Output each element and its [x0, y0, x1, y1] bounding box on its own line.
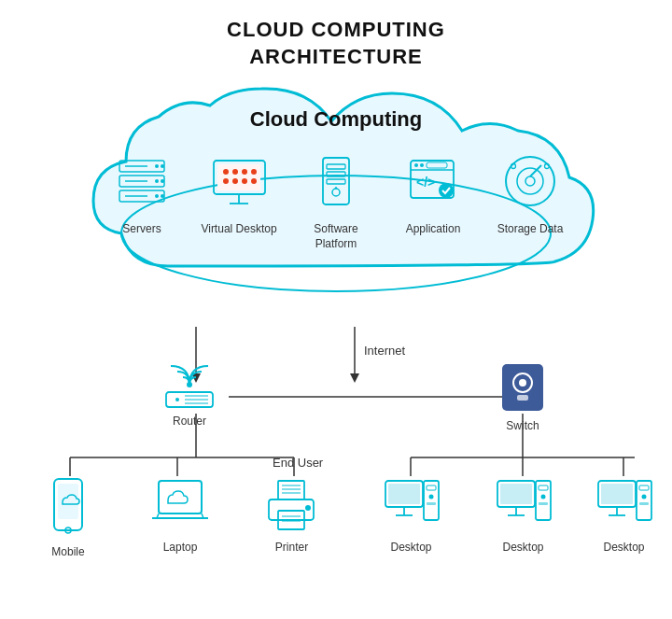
- cloud-icon-software-platform: Software Platform: [294, 149, 378, 251]
- svg-rect-27: [327, 172, 345, 176]
- svg-point-20: [232, 178, 238, 184]
- enduser-label: End User: [273, 456, 323, 470]
- switch-label: Switch: [506, 419, 539, 432]
- svg-rect-70: [58, 484, 78, 519]
- cloud-icon-application: </> Application: [391, 149, 475, 237]
- desktop1-label: Desktop: [390, 541, 431, 554]
- svg-point-4: [155, 164, 159, 168]
- svg-point-39: [517, 168, 543, 194]
- svg-rect-106: [639, 502, 649, 505]
- svg-point-19: [223, 178, 229, 184]
- desktop3-label: Desktop: [603, 541, 644, 554]
- svg-rect-88: [427, 485, 436, 490]
- storage-data-label: Storage Data: [497, 222, 564, 237]
- desktop3-device: Desktop: [594, 476, 654, 554]
- svg-point-61: [175, 398, 179, 401]
- svg-point-29: [332, 189, 340, 196]
- router-label: Router: [173, 415, 206, 428]
- cloud-icons-row: Servers: [93, 149, 579, 251]
- svg-rect-92: [500, 484, 532, 504]
- switch-device: Switch: [495, 359, 551, 432]
- svg-rect-98: [539, 502, 548, 505]
- svg-rect-65: [502, 364, 543, 411]
- svg-rect-68: [517, 395, 528, 401]
- internet-label: Internet: [364, 344, 405, 358]
- svg-point-22: [251, 178, 257, 184]
- svg-point-40: [525, 176, 535, 186]
- svg-rect-96: [539, 485, 548, 490]
- cloud-diagram: Cloud Computing: [75, 79, 597, 322]
- svg-line-41: [530, 165, 541, 176]
- application-label: Application: [406, 222, 461, 237]
- svg-rect-26: [327, 164, 345, 169]
- software-platform-label: Software Platform: [294, 222, 378, 251]
- svg-point-17: [242, 169, 247, 175]
- svg-point-6: [155, 179, 159, 183]
- svg-rect-103: [637, 481, 651, 520]
- svg-rect-100: [601, 484, 633, 504]
- svg-point-16: [232, 169, 238, 175]
- svg-point-21: [242, 178, 247, 184]
- svg-marker-47: [350, 373, 359, 383]
- svg-point-7: [161, 179, 164, 183]
- svg-rect-87: [424, 481, 439, 520]
- mobile-device: Mobile: [45, 476, 91, 558]
- svg-point-34: [420, 163, 424, 167]
- mobile-label: Mobile: [51, 545, 84, 558]
- svg-point-105: [642, 495, 647, 499]
- svg-rect-35: [427, 162, 447, 168]
- cloud-icon-virtual-desktop: Virtual Desktop: [197, 149, 281, 237]
- laptop-label: Laptop: [163, 541, 198, 554]
- svg-text:</>: </>: [416, 175, 435, 190]
- cloud-icon-storage-data: Storage Data: [488, 149, 572, 237]
- network-connections: [0, 322, 672, 612]
- printer-device: Printer: [261, 476, 322, 554]
- page-title: CLOUD COMPUTING ARCHITECTURE: [0, 0, 672, 70]
- servers-label: Servers: [122, 222, 161, 237]
- desktop2-device: Desktop: [493, 476, 553, 554]
- svg-point-15: [223, 169, 229, 175]
- svg-rect-28: [327, 179, 345, 184]
- svg-point-18: [251, 169, 257, 175]
- svg-point-5: [161, 164, 164, 168]
- svg-point-37: [439, 183, 454, 198]
- svg-rect-14: [217, 164, 260, 190]
- svg-rect-90: [427, 502, 436, 505]
- svg-point-9: [161, 194, 164, 198]
- cloud-label: Cloud Computing: [250, 107, 423, 132]
- svg-point-67: [519, 379, 526, 387]
- laptop-device: Laptop: [147, 476, 213, 554]
- svg-rect-84: [388, 484, 420, 504]
- svg-rect-104: [639, 485, 649, 490]
- printer-label: Printer: [275, 541, 308, 554]
- svg-point-33: [414, 163, 418, 167]
- desktop2-label: Desktop: [502, 541, 543, 554]
- svg-point-8: [155, 194, 159, 198]
- svg-point-97: [541, 495, 546, 499]
- virtual-desktop-label: Virtual Desktop: [201, 222, 276, 237]
- svg-point-82: [305, 505, 311, 511]
- svg-rect-72: [159, 481, 202, 513]
- svg-rect-74: [278, 481, 304, 499]
- cloud-icon-servers: Servers: [100, 149, 184, 237]
- svg-point-59: [187, 382, 192, 387]
- svg-rect-95: [536, 481, 551, 520]
- router-device: Router: [157, 364, 222, 428]
- desktop1-device: Desktop: [381, 476, 441, 554]
- svg-point-89: [429, 495, 434, 499]
